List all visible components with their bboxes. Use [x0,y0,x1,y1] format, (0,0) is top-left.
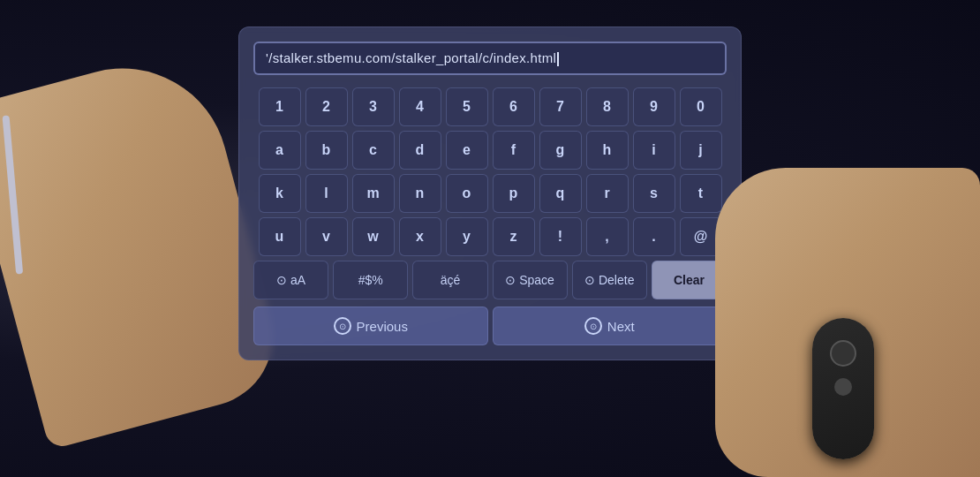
letter-row-1: a b c d e f g h i j [253,131,727,170]
letter-row-2: k l m n o p q r s t [253,174,727,213]
key-accents[interactable]: äçé [412,261,487,299]
key-q[interactable]: q [539,174,582,213]
key-7[interactable]: 7 [539,87,582,126]
key-b[interactable]: b [305,131,348,170]
key-1[interactable]: 1 [259,87,301,126]
key-i[interactable]: i [633,131,675,170]
key-2[interactable]: 2 [305,87,348,126]
key-exclamation[interactable]: ! [539,217,582,256]
key-4[interactable]: 4 [399,87,441,126]
key-z[interactable]: z [493,217,535,256]
key-period[interactable]: . [633,217,675,256]
key-e[interactable]: e [446,131,488,170]
key-g[interactable]: g [539,131,582,170]
url-bar[interactable]: '/stalker.stbemu.com/stalker_portal/c/in… [253,42,727,75]
special-row: ⊙ aA #$% äçé ⊙ Space ⊙ Delete Clear [253,261,727,299]
key-9[interactable]: 9 [633,87,675,126]
key-n[interactable]: n [399,174,441,213]
url-text: '/stalker.stbemu.com/stalker_portal/c/in… [266,50,556,65]
key-y[interactable]: y [446,217,488,256]
key-symbols[interactable]: #$% [333,261,408,299]
key-0[interactable]: 0 [680,87,722,126]
next-label: Next [607,319,635,334]
remote-mic-button [834,378,852,396]
key-u[interactable]: u [259,217,301,256]
key-o[interactable]: o [446,174,488,213]
key-t[interactable]: t [680,174,722,213]
key-s[interactable]: s [633,174,675,213]
previous-button[interactable]: ⊙ Previous [253,307,488,345]
key-case-toggle[interactable]: ⊙ aA [253,261,328,299]
key-comma[interactable]: , [586,217,629,256]
key-j[interactable]: j [680,131,722,170]
key-a[interactable]: a [259,131,301,170]
nav-row: ⊙ Previous ⊙ Next [253,307,727,345]
keyboard-overlay: '/stalker.stbemu.com/stalker_portal/c/in… [238,26,742,360]
next-button[interactable]: ⊙ Next [493,307,727,345]
key-delete[interactable]: ⊙ Delete [572,261,647,299]
key-v[interactable]: v [305,217,348,256]
remote-control [812,318,874,459]
key-5[interactable]: 5 [446,87,488,126]
key-h[interactable]: h [586,131,629,170]
key-x[interactable]: x [399,217,441,256]
key-d[interactable]: d [399,131,441,170]
previous-label: Previous [357,319,408,334]
key-c[interactable]: c [352,131,395,170]
key-space[interactable]: ⊙ Space [493,261,568,299]
letter-row-3: u v w x y z ! , . @ [253,217,727,256]
cursor [557,52,559,66]
next-icon: ⊙ [584,317,602,335]
key-r[interactable]: r [586,174,629,213]
key-m[interactable]: m [352,174,395,213]
key-6[interactable]: 6 [493,87,535,126]
remote-power-button [830,340,856,367]
key-8[interactable]: 8 [586,87,629,126]
key-f[interactable]: f [493,131,535,170]
key-l[interactable]: l [305,174,348,213]
previous-icon: ⊙ [334,317,351,335]
number-row: 1 2 3 4 5 6 7 8 9 0 [253,87,727,126]
key-k[interactable]: k [259,174,301,213]
key-3[interactable]: 3 [352,87,395,126]
key-w[interactable]: w [352,217,395,256]
key-p[interactable]: p [493,174,535,213]
